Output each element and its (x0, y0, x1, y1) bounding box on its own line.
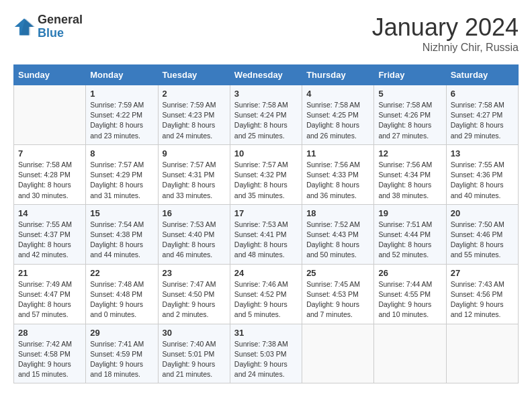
calendar-cell: 8Sunrise: 7:57 AM Sunset: 4:29 PM Daylig… (86, 144, 158, 204)
calendar-cell (374, 324, 446, 383)
day-info: Sunrise: 7:58 AM Sunset: 4:28 PM Dayligh… (18, 160, 81, 201)
calendar-cell: 16Sunrise: 7:53 AM Sunset: 4:40 PM Dayli… (158, 204, 230, 264)
day-info: Sunrise: 7:56 AM Sunset: 4:33 PM Dayligh… (306, 160, 369, 201)
day-info: Sunrise: 7:45 AM Sunset: 4:53 PM Dayligh… (306, 279, 369, 320)
day-number: 1 (90, 89, 153, 99)
logo: General Blue (13, 13, 83, 40)
day-info: Sunrise: 7:40 AM Sunset: 5:01 PM Dayligh… (163, 339, 226, 380)
calendar-cell: 11Sunrise: 7:56 AM Sunset: 4:33 PM Dayli… (302, 144, 374, 204)
day-info: Sunrise: 7:57 AM Sunset: 4:29 PM Dayligh… (90, 160, 153, 201)
calendar-week-row: 7Sunrise: 7:58 AM Sunset: 4:28 PM Daylig… (14, 144, 519, 204)
day-info: Sunrise: 7:47 AM Sunset: 4:50 PM Dayligh… (163, 279, 226, 320)
weekday-header: Saturday (446, 65, 518, 85)
calendar-cell (14, 85, 86, 145)
day-number: 17 (234, 208, 298, 218)
day-info: Sunrise: 7:50 AM Sunset: 4:46 PM Dayligh… (451, 220, 514, 261)
weekday-header: Monday (86, 65, 158, 85)
logo-icon (13, 16, 35, 38)
calendar-cell: 24Sunrise: 7:46 AM Sunset: 4:52 PM Dayli… (230, 264, 302, 324)
calendar-table: SundayMondayTuesdayWednesdayThursdayFrid… (13, 64, 519, 383)
day-number: 18 (306, 208, 369, 218)
calendar-cell: 17Sunrise: 7:53 AM Sunset: 4:41 PM Dayli… (230, 204, 302, 264)
day-number: 31 (234, 328, 298, 338)
day-info: Sunrise: 7:56 AM Sunset: 4:34 PM Dayligh… (378, 160, 441, 201)
calendar-cell: 6Sunrise: 7:58 AM Sunset: 4:27 PM Daylig… (446, 85, 518, 145)
day-info: Sunrise: 7:58 AM Sunset: 4:24 PM Dayligh… (234, 100, 298, 141)
day-info: Sunrise: 7:51 AM Sunset: 4:44 PM Dayligh… (378, 220, 441, 261)
logo-blue: Blue (38, 27, 83, 40)
day-number: 5 (378, 89, 441, 99)
calendar-cell: 31Sunrise: 7:38 AM Sunset: 5:03 PM Dayli… (230, 324, 302, 383)
calendar-cell: 1Sunrise: 7:59 AM Sunset: 4:22 PM Daylig… (86, 85, 158, 145)
day-number: 27 (451, 268, 514, 278)
day-info: Sunrise: 7:46 AM Sunset: 4:52 PM Dayligh… (234, 279, 298, 320)
day-info: Sunrise: 7:52 AM Sunset: 4:43 PM Dayligh… (306, 220, 369, 261)
day-number: 2 (163, 89, 226, 99)
weekday-header: Sunday (14, 65, 86, 85)
day-info: Sunrise: 7:54 AM Sunset: 4:38 PM Dayligh… (90, 220, 153, 261)
calendar-cell: 28Sunrise: 7:42 AM Sunset: 4:58 PM Dayli… (14, 324, 86, 383)
day-info: Sunrise: 7:59 AM Sunset: 4:23 PM Dayligh… (163, 100, 226, 141)
calendar-cell: 22Sunrise: 7:48 AM Sunset: 4:48 PM Dayli… (86, 264, 158, 324)
calendar-cell: 19Sunrise: 7:51 AM Sunset: 4:44 PM Dayli… (374, 204, 446, 264)
day-info: Sunrise: 7:55 AM Sunset: 4:36 PM Dayligh… (451, 160, 514, 201)
calendar-cell: 4Sunrise: 7:58 AM Sunset: 4:25 PM Daylig… (302, 85, 374, 145)
day-number: 26 (378, 268, 441, 278)
day-info: Sunrise: 7:38 AM Sunset: 5:03 PM Dayligh… (234, 339, 298, 380)
weekday-header: Thursday (302, 65, 374, 85)
weekday-header: Friday (374, 65, 446, 85)
day-number: 7 (18, 148, 81, 158)
calendar-cell: 29Sunrise: 7:41 AM Sunset: 4:59 PM Dayli… (86, 324, 158, 383)
calendar-cell: 20Sunrise: 7:50 AM Sunset: 4:46 PM Dayli… (446, 204, 518, 264)
calendar-cell: 7Sunrise: 7:58 AM Sunset: 4:28 PM Daylig… (14, 144, 86, 204)
day-number: 9 (163, 148, 226, 158)
day-number: 13 (451, 148, 514, 158)
day-number: 30 (163, 328, 226, 338)
day-number: 14 (18, 208, 81, 218)
day-number: 6 (451, 89, 514, 99)
day-info: Sunrise: 7:41 AM Sunset: 4:59 PM Dayligh… (90, 339, 153, 380)
calendar-week-row: 14Sunrise: 7:55 AM Sunset: 4:37 PM Dayli… (14, 204, 519, 264)
day-number: 8 (90, 148, 153, 158)
calendar-cell: 14Sunrise: 7:55 AM Sunset: 4:37 PM Dayli… (14, 204, 86, 264)
calendar-cell: 9Sunrise: 7:57 AM Sunset: 4:31 PM Daylig… (158, 144, 230, 204)
calendar-cell: 23Sunrise: 7:47 AM Sunset: 4:50 PM Dayli… (158, 264, 230, 324)
calendar-cell (302, 324, 374, 383)
calendar-cell: 21Sunrise: 7:49 AM Sunset: 4:47 PM Dayli… (14, 264, 86, 324)
calendar-cell: 15Sunrise: 7:54 AM Sunset: 4:38 PM Dayli… (86, 204, 158, 264)
calendar-cell: 12Sunrise: 7:56 AM Sunset: 4:34 PM Dayli… (374, 144, 446, 204)
calendar-week-row: 1Sunrise: 7:59 AM Sunset: 4:22 PM Daylig… (14, 85, 519, 145)
calendar-cell: 3Sunrise: 7:58 AM Sunset: 4:24 PM Daylig… (230, 85, 302, 145)
calendar-week-row: 21Sunrise: 7:49 AM Sunset: 4:47 PM Dayli… (14, 264, 519, 324)
month-year: January 2024 (372, 13, 519, 42)
day-info: Sunrise: 7:53 AM Sunset: 4:41 PM Dayligh… (234, 220, 298, 261)
page-header: General Blue January 2024 Nizhniy Chir, … (13, 13, 519, 54)
day-info: Sunrise: 7:58 AM Sunset: 4:27 PM Dayligh… (451, 100, 514, 141)
calendar-cell: 10Sunrise: 7:57 AM Sunset: 4:32 PM Dayli… (230, 144, 302, 204)
day-info: Sunrise: 7:58 AM Sunset: 4:26 PM Dayligh… (378, 100, 441, 141)
day-number: 4 (306, 89, 369, 99)
calendar-cell: 13Sunrise: 7:55 AM Sunset: 4:36 PM Dayli… (446, 144, 518, 204)
day-number: 21 (18, 268, 81, 278)
calendar-cell: 25Sunrise: 7:45 AM Sunset: 4:53 PM Dayli… (302, 264, 374, 324)
calendar-cell: 5Sunrise: 7:58 AM Sunset: 4:26 PM Daylig… (374, 85, 446, 145)
day-info: Sunrise: 7:42 AM Sunset: 4:58 PM Dayligh… (18, 339, 81, 380)
calendar-cell (446, 324, 518, 383)
day-info: Sunrise: 7:57 AM Sunset: 4:32 PM Dayligh… (234, 160, 298, 201)
day-number: 15 (90, 208, 153, 218)
calendar-week-row: 28Sunrise: 7:42 AM Sunset: 4:58 PM Dayli… (14, 324, 519, 383)
day-info: Sunrise: 7:48 AM Sunset: 4:48 PM Dayligh… (90, 279, 153, 320)
day-info: Sunrise: 7:58 AM Sunset: 4:25 PM Dayligh… (306, 100, 369, 141)
day-info: Sunrise: 7:59 AM Sunset: 4:22 PM Dayligh… (90, 100, 153, 141)
day-info: Sunrise: 7:55 AM Sunset: 4:37 PM Dayligh… (18, 220, 81, 261)
logo-text: General Blue (38, 13, 83, 40)
day-number: 20 (451, 208, 514, 218)
title-block: January 2024 Nizhniy Chir, Russia (372, 13, 519, 54)
day-number: 23 (163, 268, 226, 278)
day-number: 12 (378, 148, 441, 158)
weekday-header-row: SundayMondayTuesdayWednesdayThursdayFrid… (14, 65, 519, 85)
day-number: 24 (234, 268, 298, 278)
day-info: Sunrise: 7:53 AM Sunset: 4:40 PM Dayligh… (163, 220, 226, 261)
day-number: 3 (234, 89, 298, 99)
weekday-header: Wednesday (230, 65, 302, 85)
